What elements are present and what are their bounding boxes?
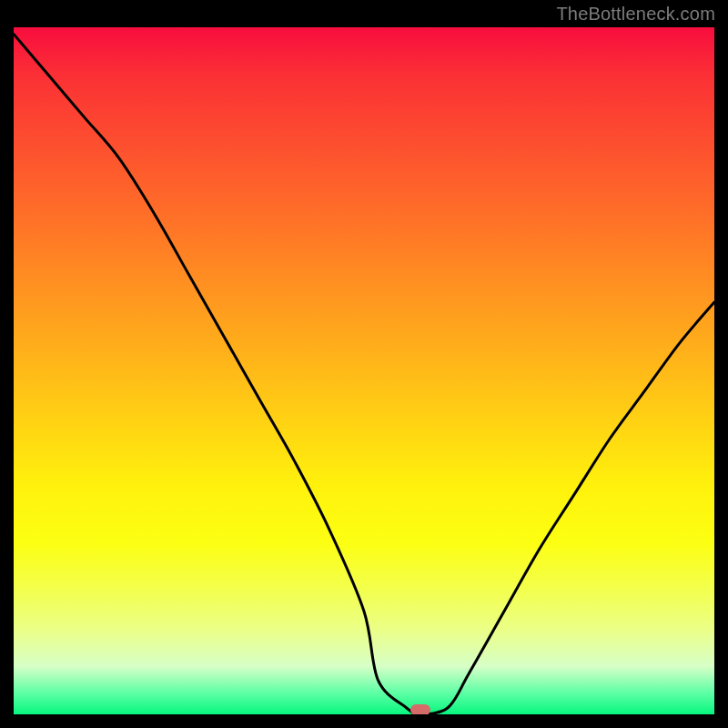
bottleneck-curve	[14, 35, 714, 715]
optimum-marker	[410, 704, 430, 714]
watermark-text: TheBottleneck.com	[556, 4, 715, 25]
curve-svg	[14, 27, 714, 714]
plot-area	[14, 27, 714, 714]
chart-frame: TheBottleneck.com	[0, 0, 728, 728]
